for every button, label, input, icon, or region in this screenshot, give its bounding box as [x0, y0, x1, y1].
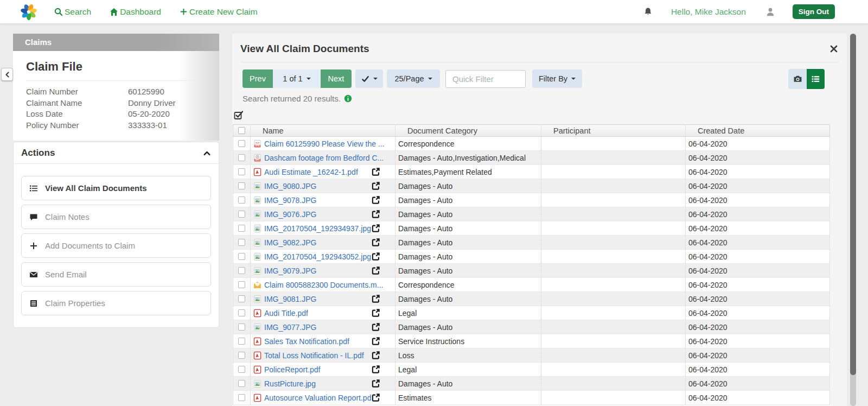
panel-title: View All Claim Documents [240, 43, 369, 55]
action-send-email[interactable]: Send Email [21, 262, 211, 287]
action-view-all-claim-documents[interactable]: View All Claim Documents [21, 176, 211, 200]
row-checkbox[interactable] [238, 196, 245, 204]
document-link[interactable]: IMG_20170504_192934937.jpg [264, 224, 371, 233]
nav-search[interactable]: Search [54, 7, 91, 17]
claimant-name-label: Claimant Name [26, 98, 128, 109]
external-link-icon[interactable] [372, 182, 380, 190]
nav-create-new-claim[interactable]: Create New Claim [180, 7, 258, 17]
document-link[interactable]: Claim 8005882300 Documents.m... [264, 281, 383, 289]
nav-dashboard[interactable]: Dashboard [110, 7, 161, 17]
action-claim-properties[interactable]: Claim Properties [21, 291, 211, 315]
list-icon [29, 184, 38, 193]
chevron-up-icon[interactable] [203, 149, 211, 157]
info-icon[interactable] [344, 94, 352, 103]
external-link-icon[interactable] [372, 238, 380, 246]
document-link[interactable]: IMG_9076.JPG [264, 210, 317, 219]
external-link-icon[interactable] [372, 267, 380, 275]
row-checkbox[interactable] [238, 380, 245, 387]
document-row: RustPicture.jpg Damages - Auto 06-04-202… [233, 377, 830, 391]
document-link[interactable]: IMG_9082.JPG [264, 238, 317, 247]
document-link[interactable]: IMG_9077.JPG [264, 323, 317, 332]
file-type-icon [253, 168, 261, 176]
prev-page-button[interactable]: Prev [242, 69, 273, 88]
row-checkbox[interactable] [238, 366, 245, 373]
action-label: Send Email [45, 270, 87, 279]
document-row: Dashcam footage from Bedford C... Damage… [233, 151, 830, 165]
row-checkbox[interactable] [238, 211, 245, 218]
external-link-icon[interactable] [372, 394, 380, 402]
list-view-button[interactable] [807, 69, 825, 89]
document-link[interactable]: IMG_9081.JPG [264, 295, 317, 303]
sidebar-collapse-button[interactable] [1, 68, 13, 81]
select-all-icon[interactable] [234, 110, 244, 120]
participant-cell [541, 334, 686, 348]
document-link[interactable]: Autosource Valuation Report.pdf [264, 394, 372, 402]
document-row: IMG_9082.JPG Damages - Auto 06-04-2020 [233, 236, 830, 250]
external-link-icon[interactable] [372, 379, 380, 388]
document-link[interactable]: IMG_20170504_192943052.jpg [264, 252, 371, 261]
external-link-icon[interactable] [372, 351, 380, 359]
external-link-icon[interactable] [372, 196, 380, 204]
row-checkbox[interactable] [238, 182, 245, 189]
external-link-icon[interactable] [372, 365, 380, 373]
external-link-icon[interactable] [372, 309, 380, 317]
document-link[interactable]: Audi Title.pdf [264, 309, 308, 318]
participant-cell [541, 278, 686, 292]
row-checkbox[interactable] [238, 140, 245, 147]
row-checkbox[interactable] [238, 338, 245, 345]
created-date-cell: 06-04-2020 [686, 250, 830, 264]
close-icon[interactable] [829, 45, 838, 53]
document-link[interactable]: Audi Estimate _16242-1.pdf [264, 168, 358, 176]
gallery-view-button[interactable] [788, 69, 807, 89]
document-link[interactable]: Dashcam footage from Bedford C... [264, 154, 384, 162]
bell-icon[interactable] [643, 7, 653, 16]
row-checkbox[interactable] [238, 225, 245, 232]
external-link-icon[interactable] [372, 337, 380, 345]
page-scrollbar-thumb[interactable] [850, 34, 856, 375]
row-checkbox[interactable] [238, 253, 245, 260]
participant-cell [541, 377, 686, 391]
external-link-icon[interactable] [372, 224, 380, 232]
created-date-cell: 06-04-2020 [686, 306, 830, 320]
app-logo-icon[interactable] [20, 3, 38, 21]
document-link[interactable]: RustPicture.jpg [264, 379, 316, 388]
row-checkbox[interactable] [238, 323, 245, 331]
row-checkbox[interactable] [238, 267, 245, 274]
per-page-dropdown[interactable]: 25/Page [387, 69, 440, 88]
external-link-icon[interactable] [372, 168, 380, 176]
action-add-documents-to-claim[interactable]: Add Documents to Claim [21, 233, 211, 258]
external-link-icon[interactable] [372, 323, 380, 331]
row-checkbox[interactable] [238, 309, 245, 316]
row-checkbox[interactable] [238, 168, 245, 175]
row-checkbox[interactable] [238, 281, 245, 288]
document-link[interactable]: IMG_9078.JPG [264, 196, 317, 205]
document-link[interactable]: Sales Tax Notification.pdf [264, 337, 349, 346]
document-link[interactable]: IMG_9079.JPG [264, 267, 317, 275]
person-icon[interactable] [765, 7, 775, 17]
row-checkbox[interactable] [238, 352, 245, 359]
select-all-checkbox[interactable] [238, 127, 245, 134]
external-link-icon[interactable] [372, 295, 380, 303]
view-toggle-group [788, 69, 825, 89]
document-row: Autosource Valuation Report.pdf Estimate… [233, 391, 830, 405]
document-link[interactable]: PoliceReport.pdf [264, 365, 321, 374]
filter-by-dropdown[interactable]: Filter By [532, 69, 582, 88]
participant-cell [541, 165, 686, 179]
page-indicator-dropdown[interactable]: 1 of 1 [273, 69, 321, 88]
row-checkbox[interactable] [238, 154, 245, 161]
participant-cell [541, 320, 686, 334]
action-claim-notes[interactable]: Claim Notes [21, 205, 211, 229]
document-link[interactable]: Total Loss Notification - IL.pdf [264, 351, 364, 360]
navbar-right: Hello, Mike Jackson Sign Out [643, 4, 835, 19]
document-link[interactable]: Claim 60125990 Please View the ... [264, 139, 385, 148]
quick-filter-input[interactable] [445, 70, 526, 88]
row-checkbox[interactable] [238, 239, 245, 246]
external-link-icon[interactable] [372, 210, 380, 218]
document-link[interactable]: IMG_9080.JPG [264, 182, 317, 191]
row-checkbox[interactable] [238, 394, 245, 401]
row-checkbox[interactable] [238, 295, 245, 302]
external-link-icon[interactable] [372, 252, 380, 261]
selection-dropdown[interactable] [355, 69, 383, 88]
sign-out-button[interactable]: Sign Out [793, 4, 835, 19]
next-page-button[interactable]: Next [321, 69, 352, 88]
